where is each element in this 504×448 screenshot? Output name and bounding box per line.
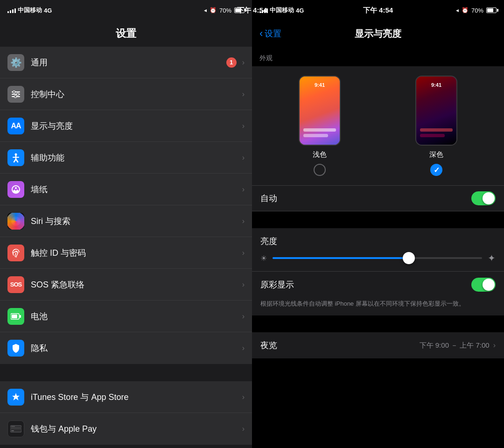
siri-label: Siri 与搜索 — [31, 216, 240, 227]
bottom-settings-section: iTunes Store 与 App Store › 钱包与 Apple Pay… — [0, 381, 252, 445]
settings-item-kongzhi[interactable]: 控制中心 › — [0, 78, 252, 110]
section-separator-1 — [252, 211, 504, 228]
right-status-bar: 中国移动 4G 下午 4:54 ◂ ⏰ 70% — [252, 0, 504, 21]
privacy-icon — [7, 340, 24, 357]
night-shift-value: 下午 9:00 － 上午 7:00 — [420, 341, 490, 350]
settings-item-zhizhi[interactable]: 墙纸 › — [0, 174, 252, 205]
brightness-high-icon: ✦ — [488, 252, 496, 264]
accessibility-icon — [7, 149, 24, 166]
svg-point-15 — [11, 217, 21, 226]
back-button[interactable]: ‹ 设置 — [259, 28, 281, 40]
wallet-label: 钱包与 Apple Pay — [31, 423, 240, 434]
dark-phone-mockup: 9:41 — [415, 76, 457, 146]
right-battery-pct: 70% — [471, 7, 483, 14]
appearance-section: 9:41 浅色 9:41 — [252, 66, 504, 185]
wallpaper-icon — [7, 181, 24, 198]
left-page-title: 设置 — [116, 27, 136, 41]
settings-item-wallet[interactable]: 钱包与 Apple Pay › — [0, 413, 252, 445]
svg-point-2 — [13, 91, 15, 93]
zhizhi-chevron: › — [242, 185, 245, 194]
fingerprint-icon — [7, 245, 24, 261]
light-theme-label: 浅色 — [313, 150, 327, 159]
theme-light[interactable]: 9:41 浅色 — [299, 76, 341, 176]
fuzhu-label: 辅助功能 — [31, 152, 240, 163]
auto-toggle[interactable] — [471, 191, 496, 205]
radio-check-icon: ✓ — [434, 166, 440, 175]
theme-dark[interactable]: 9:41 深色 ✓ — [415, 76, 457, 176]
left-status-right: ◂ ⏰ 70% — [204, 7, 245, 14]
brightness-low-icon: ☀ — [260, 254, 267, 263]
svg-point-14 — [15, 187, 17, 189]
settings-item-siri[interactable]: Siri 与搜索 › — [0, 205, 252, 237]
true-tone-section: 原彩显示 根据环境光线条件自动调整 iPhone 屏幕以在不同环境下保持色彩显示… — [252, 271, 504, 315]
xianshi-chevron: › — [242, 122, 245, 130]
right-battery-icon — [486, 7, 497, 13]
settings-item-itunes[interactable]: iTunes Store 与 App Store › — [0, 381, 252, 413]
settings-item-touchid[interactable]: 触控 ID 与密码 › — [0, 237, 252, 269]
tongyong-badge: 1 — [226, 57, 237, 68]
battery-pct: 70% — [219, 7, 231, 14]
dark-phone-time: 9:41 — [416, 82, 456, 88]
wallet-chevron: › — [242, 425, 245, 433]
settings-item-fuzhu[interactable]: 辅助功能 › — [0, 142, 252, 174]
yinsi-label: 隐私 — [31, 343, 240, 354]
yinsi-chevron: › — [242, 344, 245, 352]
true-tone-label: 原彩显示 — [260, 279, 471, 290]
svg-point-16 — [13, 218, 19, 224]
sos-label: SOS 紧急联络 — [31, 279, 240, 290]
svg-point-8 — [14, 96, 16, 98]
right-alarm-icon: ⏰ — [462, 7, 469, 14]
true-tone-toggle[interactable] — [471, 278, 496, 292]
right-location-icon: ◂ — [456, 7, 459, 14]
wallet-icon — [7, 420, 24, 437]
left-title-bar: 设置 — [0, 21, 252, 47]
right-status-right: ◂ ⏰ 70% — [456, 7, 497, 14]
dianci-label: 电池 — [31, 311, 240, 322]
svg-rect-22 — [11, 430, 14, 431]
back-chevron-icon: ‹ — [259, 28, 263, 40]
left-carrier: 中国移动 4G — [7, 6, 52, 14]
settings-item-dianci[interactable]: 电池 › — [0, 301, 252, 332]
right-time: 下午 4:54 — [363, 6, 393, 15]
settings-item-tongyong[interactable]: ⚙️ 通用 1 › — [0, 47, 252, 78]
itunes-chevron: › — [242, 393, 245, 401]
left-status-bar: 中国移动 4G 下午 4:54 ◂ ⏰ 70% — [0, 0, 252, 21]
light-radio[interactable] — [314, 164, 326, 176]
night-shift-label: 夜览 — [260, 340, 420, 351]
svg-rect-18 — [12, 315, 17, 318]
battery-icon — [234, 7, 245, 13]
siri-icon — [7, 213, 24, 230]
fuzhu-chevron: › — [242, 154, 245, 162]
right-page-title: 显示与亮度 — [355, 28, 401, 40]
right-panel: 中国移动 4G 下午 4:54 ◂ ⏰ 70% ‹ 设置 显示与亮度 外观 — [252, 0, 504, 448]
itunes-label: iTunes Store 与 App Store — [31, 392, 240, 403]
svg-rect-23 — [11, 426, 15, 427]
settings-item-yinsi[interactable]: 隐私 › — [0, 332, 252, 364]
dark-theme-label: 深色 — [429, 150, 443, 159]
settings-list: ⚙️ 通用 1 › — [0, 47, 252, 448]
right-nav-bar: ‹ 设置 显示与亮度 — [252, 21, 504, 47]
main-settings-section: ⚙️ 通用 1 › — [0, 47, 252, 364]
brightness-slider[interactable] — [273, 257, 482, 259]
night-shift-chevron: › — [493, 341, 496, 350]
dark-radio[interactable]: ✓ — [430, 164, 442, 176]
brightness-slider-row: ☀ ✦ — [260, 252, 496, 264]
svg-rect-19 — [20, 315, 21, 318]
settings-item-xianshi[interactable]: AA 显示与亮度 › — [0, 110, 252, 142]
appstore-icon — [7, 389, 24, 406]
touchid-chevron: › — [242, 249, 245, 257]
sos-chevron: › — [242, 280, 245, 289]
right-content: 外观 9:41 浅色 — [252, 47, 504, 448]
back-label: 设置 — [265, 28, 281, 39]
svg-rect-21 — [10, 427, 21, 429]
kongzhi-label: 控制中心 — [31, 89, 240, 100]
left-panel: 中国移动 4G 下午 4:54 ◂ ⏰ 70% 设置 ⚙️ 通用 1 › — [0, 0, 252, 448]
brightness-section: 亮度 ☀ ✦ — [252, 228, 504, 271]
signal-icon — [7, 7, 16, 13]
kongzhi-chevron: › — [242, 90, 245, 98]
settings-item-sos[interactable]: SOS SOS 紧急联络 › — [0, 269, 252, 301]
appearance-section-label: 外观 — [252, 47, 504, 66]
sos-icon: SOS — [7, 276, 24, 293]
night-shift-row[interactable]: 夜览 下午 9:00 － 上午 7:00 › — [252, 332, 504, 358]
svg-point-5 — [17, 93, 19, 95]
